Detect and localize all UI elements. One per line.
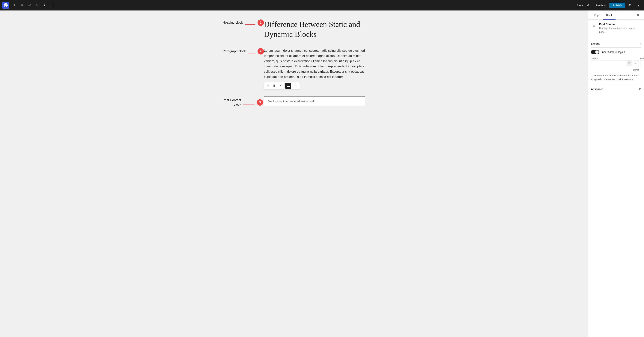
block-info: ≡ Post Content Displays the contents of … — [591, 23, 641, 37]
settings-button[interactable]: ⚙ — [627, 2, 634, 8]
layout-section-label: Layout — [591, 42, 600, 45]
annotation-line-1 — [245, 24, 255, 25]
annotation-badge-2: 2 — [258, 48, 264, 54]
content-width-input-row: PX ≡ — [591, 60, 639, 66]
annotation-badge-1: 1 — [258, 19, 264, 26]
top-toolbar: + ✏ ↩ ↪ ℹ ☰ Save draft Preview Publish ⚙… — [0, 0, 644, 10]
block-toolbar-move-btn[interactable]: ∧ — [278, 83, 284, 89]
list-icon: ☰ — [50, 3, 54, 7]
toolbar-divider — [284, 83, 284, 88]
paragraph-text[interactable]: Lorem ipsum dolor sit amet, consectetur … — [264, 47, 365, 81]
wide-width-input[interactable] — [640, 60, 644, 66]
heading-block-label-group: Heading block 1 — [223, 18, 264, 26]
annotation-line-3 — [243, 104, 254, 104]
more-options-button[interactable]: ⋮ — [635, 2, 642, 8]
post-content-block[interactable]: Block cannot be rendered inside itself. — [264, 96, 365, 106]
tab-page[interactable]: Page — [591, 10, 603, 19]
list-view-button[interactable]: ☰ — [49, 2, 56, 8]
block-toolbar-align-btn[interactable]: ≡ — [265, 83, 271, 89]
heading-block-content[interactable]: Difference Between Static and Dynamic Bl… — [264, 18, 365, 41]
undo-icon: ↩ — [28, 3, 31, 7]
ellipsis-icon: ⋮ — [636, 3, 640, 7]
content-label: Content — [591, 57, 639, 59]
toolbar-divider-2 — [292, 83, 292, 88]
layout-chevron-up-icon: ∧ — [639, 42, 641, 45]
post-content-block-content: Block cannot be rendered inside itself. — [264, 96, 365, 106]
block-toolbar-drag-btn[interactable]: ⠿ — [271, 83, 277, 89]
info-icon: ℹ — [44, 3, 45, 7]
heading-block-row: Heading block 1 Difference Between Stati… — [223, 18, 365, 41]
block-title: Post Content — [599, 23, 641, 26]
publish-button[interactable]: Publish — [609, 2, 625, 8]
preview-button[interactable]: Preview — [593, 2, 608, 8]
pencil-icon: ✏ — [21, 3, 24, 7]
redo-icon: ↪ — [36, 3, 38, 7]
sidebar: Page Block ✕ ≡ Post Content Displays the… — [588, 10, 644, 337]
layout-section-header[interactable]: Layout ∧ — [591, 40, 641, 47]
paragraph-block-content: Lorem ipsum dolor sit amet, consectetur … — [264, 47, 365, 90]
main-layout: Heading block 1 Difference Between Stati… — [0, 10, 644, 337]
info-button[interactable]: ℹ — [41, 2, 48, 8]
reset-button[interactable]: Reset — [631, 68, 641, 72]
add-icon: + — [14, 3, 16, 7]
tab-block[interactable]: Block — [603, 10, 616, 19]
sidebar-body: ≡ Post Content Displays the contents of … — [588, 20, 644, 337]
wp-logo[interactable] — [2, 2, 9, 8]
gear-icon: ⚙ — [629, 3, 632, 7]
post-content-label-group: Post Contentblock 3 — [223, 96, 264, 107]
editor-area: Heading block 1 Difference Between Stati… — [0, 10, 588, 337]
post-content-block-label: Post Contentblock — [223, 98, 241, 107]
sidebar-tabs: Page Block ✕ — [588, 10, 644, 20]
add-block-button[interactable]: + — [11, 2, 18, 8]
close-icon: ✕ — [636, 13, 640, 17]
redo-button[interactable]: ↪ — [34, 2, 40, 8]
width-inputs: Content PX ≡ Wide — [591, 57, 641, 66]
more-icon: ⋮ — [294, 84, 298, 88]
editor-content: Heading block 1 Difference Between Stati… — [223, 18, 365, 113]
wide-width-input-row: PX ▬ — [640, 60, 644, 66]
advanced-label: Advanced — [591, 88, 604, 91]
layout-section-body: Inherit default layout Content PX ≡ — [591, 47, 641, 83]
content-align-center-btn[interactable]: ≡ — [633, 60, 639, 66]
post-content-block-row: Post Contentblock 3 Block cannot be rend… — [223, 96, 365, 107]
undo-button[interactable]: ↩ — [26, 2, 33, 8]
align-center-icon: ≡ — [635, 62, 636, 65]
heading-block-label: Heading block — [223, 20, 243, 25]
reset-row: Reset — [591, 68, 641, 72]
justify-icon: ▬ — [287, 84, 290, 87]
move-icon: ∧ — [280, 84, 282, 88]
inherit-layout-toggle[interactable] — [591, 50, 599, 54]
block-toolbar-justify-btn[interactable]: ▬ — [285, 83, 291, 89]
content-width-group: Content PX ≡ — [591, 57, 639, 66]
paragraph-block-row: Paragraph block 2 Lorem ipsum dolor sit … — [223, 47, 365, 90]
content-width-input[interactable] — [591, 60, 626, 66]
inherit-layout-label: Inherit default layout — [602, 50, 625, 53]
close-sidebar-button[interactable]: ✕ — [635, 10, 641, 19]
inherit-layout-row: Inherit default layout — [591, 50, 641, 54]
block-info-text: Post Content Displays the contents of a … — [599, 23, 641, 34]
align-icon: ≡ — [267, 84, 268, 87]
heading-text[interactable]: Difference Between Static and Dynamic Bl… — [264, 18, 365, 41]
block-toolbar-more-btn[interactable]: ⋮ — [293, 83, 299, 89]
edit-button[interactable]: ✏ — [19, 2, 26, 8]
customize-text: Customize the width for all elements tha… — [591, 74, 641, 81]
wide-label: Wide — [640, 57, 644, 59]
content-px-label: PX — [626, 60, 632, 66]
drag-icon: ⠿ — [273, 84, 275, 88]
annotation-badge-3: 3 — [257, 99, 263, 106]
post-content-message: Block cannot be rendered inside itself. — [268, 100, 315, 103]
wide-width-group: Wide PX ▬ — [640, 57, 644, 66]
annotation-line-2 — [248, 53, 255, 53]
block-description: Displays the contents of a post or page. — [599, 26, 641, 34]
block-info-icon: ≡ — [591, 23, 597, 29]
advanced-chevron-down-icon: ∨ — [639, 87, 641, 91]
paragraph-block-label-group: Paragraph block 2 — [223, 47, 264, 54]
paragraph-block-label: Paragraph block — [223, 49, 246, 53]
block-toolbar: ≡ ⠿ ∧ ▬ ⋮ — [264, 82, 300, 89]
toolbar-right: Save draft Preview Publish ⚙ ⋮ — [574, 2, 642, 8]
advanced-section-header[interactable]: Advanced ∨ — [591, 85, 641, 93]
advanced-section: Advanced ∨ — [591, 85, 641, 93]
save-draft-button[interactable]: Save draft — [574, 2, 592, 8]
post-content-icon: ≡ — [593, 23, 595, 28]
